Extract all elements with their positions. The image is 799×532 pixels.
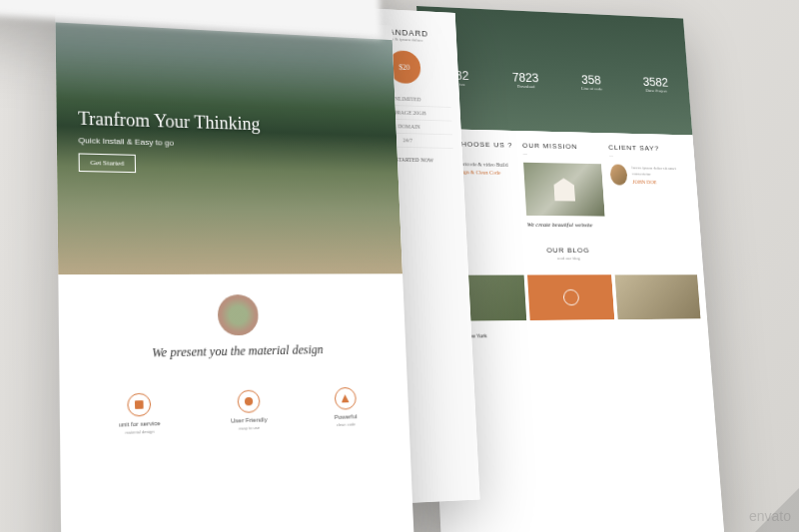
client-section: CLIENT SAY? — lorem ipsum dolor sit amet… bbox=[608, 144, 690, 230]
feature-item: User Friendly easy to use bbox=[230, 389, 268, 431]
content-panel: 2582Cup of tea 7823Download 358Line of c… bbox=[416, 6, 725, 532]
stats-hero: 2582Cup of tea 7823Download 358Line of c… bbox=[416, 6, 692, 135]
main-template-panel: Tranfrom Your Thinking Quick Install & E… bbox=[55, 7, 415, 532]
blog-grid bbox=[428, 274, 707, 321]
hero-section: Tranfrom Your Thinking Quick Install & E… bbox=[55, 7, 402, 274]
hero-subtitle: Quick Install & Easy to go bbox=[78, 136, 379, 153]
feature-icon bbox=[127, 392, 151, 416]
price-feature: STORAGE 20GB bbox=[361, 105, 451, 122]
blog-category: Photoshoot bbox=[431, 318, 708, 333]
hero-title: Tranfrom Your Thinking bbox=[78, 108, 378, 138]
blog-post-title: My Trip to New York bbox=[431, 330, 708, 339]
blog-card[interactable] bbox=[436, 275, 526, 322]
feature-icon bbox=[237, 389, 260, 413]
mission-section: OUR MISSION — We create beautiful websit… bbox=[522, 142, 606, 229]
watermark: envato bbox=[749, 508, 791, 524]
blog-section-header: OUR BLOG read our blog bbox=[427, 239, 704, 275]
price-feature: UNLIMITED bbox=[360, 91, 450, 108]
feature-item: unit for service material design bbox=[118, 392, 161, 435]
feature-item: Powerful clean code bbox=[334, 387, 358, 427]
pricing-cta-button[interactable]: GET STARTED NOW bbox=[363, 156, 454, 164]
feature-icon bbox=[334, 387, 356, 410]
price-feature: 24/7 bbox=[362, 133, 453, 149]
brand-badge-icon bbox=[218, 294, 260, 335]
client-avatar bbox=[609, 164, 627, 185]
blog-card[interactable] bbox=[527, 274, 615, 320]
price-feature: 1 DOMAIN bbox=[361, 119, 452, 135]
blog-card[interactable] bbox=[615, 274, 701, 319]
hero-cta-button[interactable]: Get Started bbox=[79, 153, 136, 173]
mission-image bbox=[523, 163, 605, 217]
price-badge: $20 bbox=[388, 50, 421, 84]
why-choose-section: WHY CHOOSE US ? — Powerful Shortcode & v… bbox=[433, 140, 518, 229]
feature-icons-row: unit for service material design User Fr… bbox=[60, 375, 410, 448]
intro-title: We present you the material design bbox=[81, 341, 388, 362]
intro-section: We present you the material design bbox=[58, 274, 406, 385]
